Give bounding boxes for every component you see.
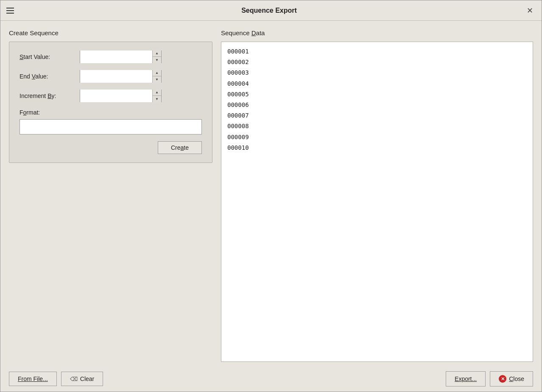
sequence-data-box: 0000010000020000030000040000050000060000… [221,42,533,362]
from-file-button[interactable]: From File... [9,372,57,386]
close-label: Close [509,375,524,382]
list-item: 000006 [227,100,527,110]
window-close-button[interactable]: ✕ [524,5,536,16]
format-label: Format: [20,109,75,116]
end-value-decrement-button[interactable]: ▼ [153,76,161,83]
increment-by-input[interactable]: 1 [80,90,152,102]
clear-button[interactable]: ⌫ Clear [61,372,103,386]
bottom-left: From File... ⌫ Clear [9,372,103,386]
list-item: 000009 [227,132,527,143]
list-item: 000001 [227,46,527,57]
end-value-spinner-buttons: ▲ ▼ [152,70,161,83]
list-item: 000010 [227,143,527,153]
start-value-input[interactable]: 1 [80,50,152,63]
increment-by-decrement-button[interactable]: ▼ [153,96,161,102]
bottom-bar: From File... ⌫ Clear Export... ✕ Close [0,366,542,392]
start-value-row: Start Value: 1 ▲ ▼ [20,50,202,63]
right-panel: Sequence Data 00000100000200000300000400… [221,29,533,362]
create-sequence-box: Start Value: 1 ▲ ▼ End Value: [9,42,212,163]
list-item: 000003 [227,67,527,78]
list-item: 000007 [227,110,527,121]
increment-by-spinner-buttons: ▲ ▼ [152,90,161,102]
format-input[interactable]: $$$$$$ [20,119,202,134]
close-button[interactable]: ✕ Close [490,371,533,386]
create-btn-row: Create [20,141,202,154]
list-item: 000004 [227,78,527,89]
clear-label: Clear [80,375,94,382]
start-value-spinner-buttons: ▲ ▼ [152,50,161,63]
increment-by-label: Increment By: [20,92,75,99]
end-value-label: End Value: [20,73,75,80]
export-button[interactable]: Export... [446,371,486,386]
menu-icon[interactable] [6,8,14,14]
increment-by-row: Increment By: 1 ▲ ▼ [20,90,202,102]
end-value-spinner: 10 ▲ ▼ [80,70,162,83]
end-value-increment-button[interactable]: ▲ [153,70,161,76]
from-file-label: From File... [18,375,48,382]
create-button[interactable]: Create [158,141,202,154]
sequence-data-title: Sequence Data [221,29,533,36]
list-item: 000002 [227,57,527,67]
start-value-spinner: 1 ▲ ▼ [80,50,162,63]
start-value-decrement-button[interactable]: ▼ [153,57,161,63]
main-window: Sequence Export ✕ Create Sequence Start … [0,0,542,392]
end-value-row: End Value: 10 ▲ ▼ [20,70,202,83]
window-title: Sequence Export [14,7,524,14]
left-panel: Create Sequence Start Value: 1 ▲ ▼ [9,29,212,362]
export-label: Export... [455,375,477,382]
increment-by-spinner: 1 ▲ ▼ [80,90,162,102]
title-bar-left [6,8,14,14]
content-area: Create Sequence Start Value: 1 ▲ ▼ [0,21,542,366]
end-value-input[interactable]: 10 [80,70,152,83]
title-bar: Sequence Export ✕ [0,0,542,21]
increment-by-increment-button[interactable]: ▲ [153,90,161,96]
bottom-right: Export... ✕ Close [446,371,533,386]
close-circle-icon: ✕ [499,375,506,383]
list-item: 000008 [227,121,527,132]
create-sequence-title: Create Sequence [9,29,212,36]
list-item: 000005 [227,89,527,100]
clear-icon: ⌫ [70,376,78,382]
start-value-increment-button[interactable]: ▲ [153,50,161,57]
format-section: Format: $$$$$$ [20,109,202,134]
start-value-label: Start Value: [20,53,75,60]
